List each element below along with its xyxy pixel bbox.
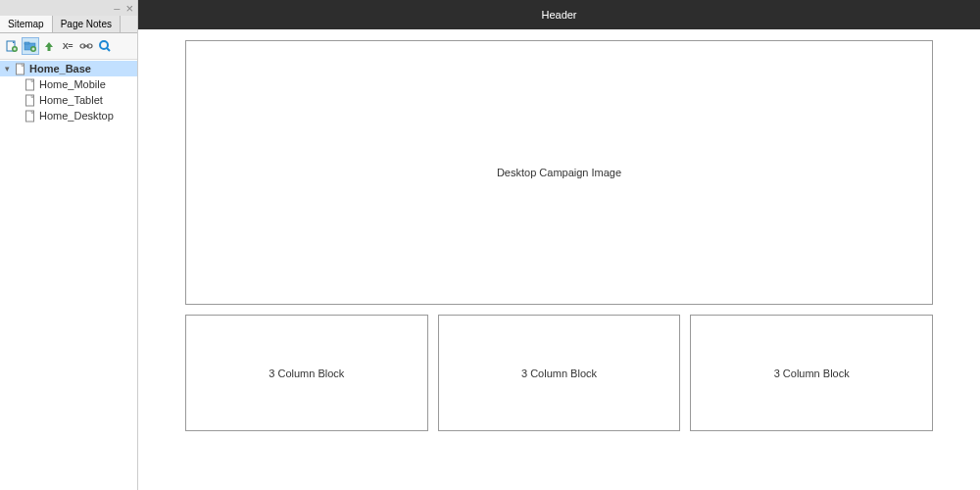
close-icon[interactable]: × — [125, 2, 133, 15]
sidebar-tabs: Sitemap Page Notes — [0, 16, 137, 33]
tree-item-label: Home_Tablet — [39, 94, 103, 106]
column-block-widget[interactable]: 3 Column Block — [438, 315, 681, 431]
link-icon — [79, 42, 93, 50]
tab-sitemap[interactable]: Sitemap — [0, 16, 53, 32]
column-row: 3 Column Block 3 Column Block 3 Column B… — [185, 315, 933, 431]
tree-collapse-icon[interactable]: ▾ — [2, 64, 12, 74]
page-icon — [24, 94, 36, 107]
header-widget[interactable]: Header — [138, 0, 980, 29]
tree-item-label: Home_Base — [29, 63, 91, 74]
search-button[interactable] — [96, 37, 114, 55]
column-label: 3 Column Block — [269, 368, 344, 379]
minimize-icon[interactable]: – — [114, 3, 120, 14]
sidebar-titlebar: – × — [0, 0, 137, 16]
tree-item-child[interactable]: Home_Tablet — [0, 92, 137, 108]
svg-point-8 — [100, 41, 108, 49]
sidebar-toolbar: X= — [0, 33, 137, 60]
design-canvas[interactable]: Header Desktop Campaign Image 3 Column B… — [138, 0, 980, 490]
column-block-widget[interactable]: 3 Column Block — [185, 315, 428, 431]
page-icon — [24, 78, 36, 91]
hero-label: Desktop Campaign Image — [497, 167, 621, 178]
tree-item-label: Home_Mobile — [39, 78, 106, 90]
column-label: 3 Column Block — [774, 368, 850, 379]
column-block-widget[interactable]: 3 Column Block — [690, 315, 933, 431]
edit-variables-button[interactable]: X= — [59, 37, 76, 55]
add-page-button[interactable] — [3, 37, 21, 55]
link-button[interactable] — [77, 37, 95, 55]
move-up-button[interactable] — [40, 37, 58, 55]
page-icon — [15, 63, 26, 75]
tree-item-child[interactable]: Home_Mobile — [0, 76, 137, 92]
variable-icon: X= — [63, 41, 73, 51]
tree-item-root[interactable]: ▾ Home_Base — [0, 61, 137, 76]
page-icon — [24, 110, 36, 122]
search-icon — [98, 39, 112, 53]
tree-item-label: Home_Desktop — [39, 110, 114, 122]
sidebar-panel: – × Sitemap Page Notes X= ▾ Home_Bas — [0, 0, 138, 490]
tree-item-child[interactable]: Home_Desktop — [0, 108, 137, 123]
tab-page-notes[interactable]: Page Notes — [53, 16, 121, 32]
hero-image-widget[interactable]: Desktop Campaign Image — [185, 40, 933, 305]
add-folder-button[interactable] — [22, 37, 39, 55]
arrow-up-icon — [42, 39, 56, 53]
sitemap-tree: ▾ Home_Base Home_Mobile Home_Tablet Home… — [0, 60, 137, 490]
header-label: Header — [541, 9, 576, 21]
svg-line-9 — [107, 48, 110, 51]
add-page-icon — [5, 39, 19, 53]
column-label: 3 Column Block — [521, 368, 597, 379]
add-folder-icon — [24, 39, 37, 53]
svg-rect-3 — [24, 42, 29, 44]
canvas-body: Desktop Campaign Image 3 Column Block 3 … — [138, 29, 980, 442]
